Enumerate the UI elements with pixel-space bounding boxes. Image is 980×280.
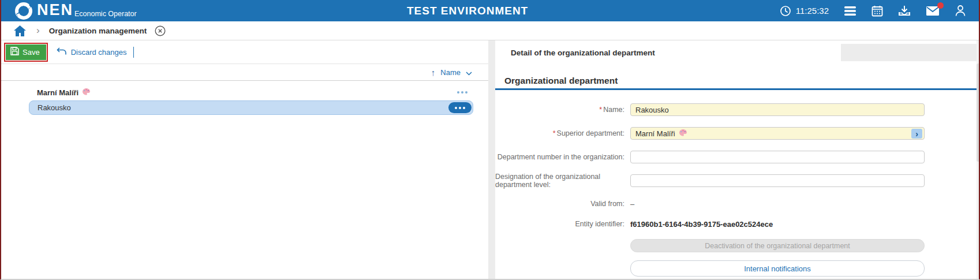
section-heading-rule <box>495 88 977 90</box>
department-number-input[interactable] <box>630 151 925 163</box>
form-row-level-designation: Designation of the organizational depart… <box>495 174 977 187</box>
brand: NEN Economic Operator <box>14 1 137 23</box>
tab-detail-of-department[interactable]: Detail of the organizational department <box>506 44 660 61</box>
section-heading: Organizational department <box>504 76 618 86</box>
field-label: Designation of the organizational depart… <box>495 174 624 187</box>
list-sort-header: ↑ Name <box>1 65 488 81</box>
sort-column-button[interactable]: Name <box>440 68 461 77</box>
discard-changes-label: Discard changes <box>71 48 127 57</box>
nen-logo-icon <box>14 1 33 23</box>
page-title: Organization management <box>49 27 147 35</box>
mail-notification-badge <box>937 2 944 9</box>
app-window: NEN Economic Operator TEST ENVIRONMENT 1… <box>0 0 980 280</box>
undo-icon <box>57 47 67 57</box>
required-marker: * <box>553 129 556 137</box>
left-toolbar: Save Discard changes <box>1 40 488 64</box>
organization-tree-panel: Save Discard changes ↑ Name Marní Malíři <box>1 40 488 280</box>
tabstrip-background <box>841 44 977 61</box>
field-label: Department number in the organization: <box>495 151 624 163</box>
form-row-valid-from: Valid from: – <box>495 197 977 210</box>
superior-department-value: Marní Malíři <box>635 129 675 138</box>
brand-subtitle: Economic Operator <box>74 10 137 18</box>
name-value: Rakousko <box>635 106 669 114</box>
field-label: Valid from: <box>495 197 624 210</box>
toolbar-divider <box>133 47 134 58</box>
detail-panel: Detail of the organizational department … <box>495 40 977 280</box>
chevron-down-icon[interactable] <box>466 68 472 78</box>
save-button[interactable]: Save <box>6 44 46 60</box>
panel-divider <box>488 40 495 280</box>
home-icon[interactable] <box>14 25 26 36</box>
form-row-department-number: Department number in the organization: <box>495 151 977 163</box>
breadcrumb: › Organization management <box>1 21 979 40</box>
user-icon[interactable] <box>955 5 966 17</box>
topbar-actions: 11:25:32 <box>780 0 966 21</box>
mail-icon[interactable] <box>926 6 940 16</box>
valid-from-value: – <box>630 197 634 210</box>
deactivation-button[interactable]: Deactivation of the organizational depar… <box>630 239 925 252</box>
row-actions-button[interactable] <box>457 91 467 94</box>
field-label: * Name: <box>495 103 624 116</box>
discard-changes-button[interactable]: Discard changes <box>57 47 127 57</box>
breadcrumb-chevron-icon: › <box>36 25 40 36</box>
list-item-name: Marní Malíři <box>37 88 78 97</box>
vertical-scrollbar[interactable] <box>977 40 980 280</box>
list-item[interactable]: Marní Malíři <box>29 85 473 99</box>
list-item-name: Rakousko <box>38 103 71 112</box>
clock-icon <box>780 5 791 17</box>
environment-title: TEST ENVIRONMENT <box>407 5 528 17</box>
palette-icon <box>679 129 687 139</box>
field-label: * Superior department: <box>495 127 624 140</box>
form-row-superior-department: * Superior department: Marní Malíři › <box>495 127 977 140</box>
calendar-icon[interactable] <box>871 5 883 17</box>
save-button-label: Save <box>23 48 40 57</box>
form-row-entity-identifier: Entity identifier: f61960b1-6164-4b39-91… <box>495 218 977 230</box>
tab-strip: Detail of the organizational department … <box>495 44 977 61</box>
close-page-icon[interactable] <box>155 25 166 36</box>
top-bar: NEN Economic Operator TEST ENVIRONMENT 1… <box>1 0 979 21</box>
form-row-name: * Name: Rakousko <box>495 103 977 116</box>
internal-notifications-button[interactable]: Internal notifications <box>630 260 925 277</box>
field-label: Entity identifier: <box>495 218 624 230</box>
save-icon <box>10 47 19 57</box>
superior-department-input[interactable]: Marní Malíři › <box>630 127 925 140</box>
palette-icon <box>82 88 91 98</box>
brand-name: NEN <box>37 1 73 18</box>
entity-identifier-value: f61960b1-6164-4b39-9175-eae02c524ece <box>630 218 773 230</box>
current-time: 11:25:32 <box>796 6 829 16</box>
name-input[interactable]: Rakousko <box>630 103 925 116</box>
required-marker: * <box>599 106 602 114</box>
menu-icon[interactable] <box>844 6 856 16</box>
level-designation-input[interactable] <box>630 174 925 187</box>
sort-ascending-icon[interactable]: ↑ <box>431 68 436 77</box>
clock-widget: 11:25:32 <box>780 5 829 17</box>
scrollbar-thumb[interactable] <box>977 64 980 162</box>
download-inbox-icon[interactable] <box>898 5 911 17</box>
row-actions-button[interactable] <box>448 102 472 113</box>
organization-list: Marní Malíři Rakousko <box>1 84 488 116</box>
open-picker-button[interactable]: › <box>911 129 922 139</box>
list-item-selected[interactable]: Rakousko <box>29 100 473 115</box>
